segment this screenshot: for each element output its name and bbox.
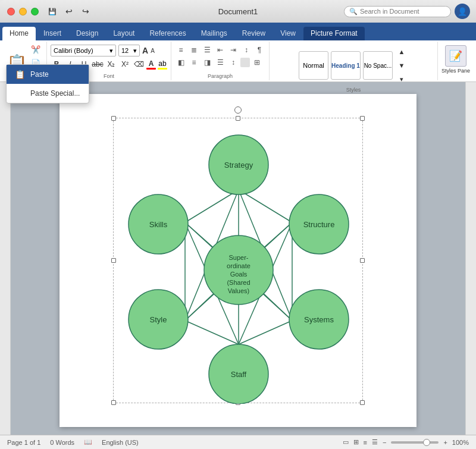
user-avatar[interactable]: 👤	[455, 4, 470, 19]
decrease-indent-button[interactable]: ⇤	[214, 45, 226, 55]
strikethrough-button[interactable]: abc	[92, 58, 104, 70]
document-page: Super- ordinate Goals (Shared Values) St…	[60, 94, 416, 427]
line-spacing-button[interactable]: ↕	[227, 57, 239, 68]
close-button[interactable]	[7, 8, 15, 15]
align-center-button[interactable]: ≡	[188, 57, 200, 68]
tab-picture-format[interactable]: Picture Format	[303, 27, 365, 40]
show-marks-button[interactable]: ¶	[253, 45, 265, 55]
document-title: Document1	[218, 7, 258, 16]
paste-menu-item[interactable]: 📋 Paste	[7, 65, 89, 84]
clear-format-button[interactable]: ⌫	[133, 58, 145, 70]
tab-review[interactable]: Review	[235, 27, 273, 40]
word-count: 0 Words	[50, 439, 74, 446]
paragraph-label: Paragraph	[208, 72, 233, 79]
tab-design[interactable]: Design	[69, 27, 105, 40]
search-input[interactable]	[360, 8, 446, 15]
paste-dropdown: 📋 Paste Paste Special...	[6, 64, 89, 103]
multilevel-button[interactable]: ☰	[201, 45, 213, 55]
diagram-svg: Super- ordinate Goals (Shared Values) St…	[114, 118, 364, 404]
svg-text:Goals: Goals	[230, 271, 248, 278]
view-outline-icon[interactable]: ☰	[372, 438, 378, 446]
styles-pane-button[interactable]: 📝 Styles Pane	[441, 43, 470, 79]
language: English (US)	[102, 439, 139, 446]
bullets-button[interactable]: ≡	[175, 45, 187, 55]
tab-references[interactable]: References	[142, 27, 193, 40]
svg-line-11	[185, 190, 239, 222]
tab-home[interactable]: Home	[2, 27, 36, 40]
shading-button[interactable]	[240, 58, 250, 67]
zoom-thumb[interactable]	[423, 439, 430, 446]
font-size-selector[interactable]: 12 ▾	[118, 45, 140, 56]
redo-icon[interactable]: ↪	[79, 5, 92, 18]
styles-scroll-up[interactable]: ▲	[395, 45, 408, 58]
svg-text:Staff: Staff	[231, 370, 247, 379]
search-icon: 🔍	[349, 8, 358, 15]
tab-layout[interactable]: Layout	[106, 27, 142, 40]
sort-button[interactable]: ↕	[240, 45, 252, 55]
styles-pane-label: Styles Pane	[441, 68, 470, 74]
svg-line-9	[185, 321, 239, 344]
document-area: Super- ordinate Goals (Shared Values) St…	[11, 82, 465, 435]
superscript-button[interactable]: X²	[119, 58, 131, 70]
proofing-icon[interactable]: 📖	[84, 438, 92, 446]
styles-more[interactable]: ▾	[395, 73, 408, 86]
paste-special-menu-item[interactable]: Paste Special...	[7, 84, 89, 103]
ribbon-tabs: Home Insert Design Layout References Mai…	[0, 23, 476, 40]
cut-button[interactable]: ✂️	[29, 43, 43, 56]
title-bar: 💾 ↩ ↪ Document1 🔍 👤	[0, 0, 476, 23]
undo-icon[interactable]: ↩	[62, 5, 76, 18]
save-icon[interactable]: 💾	[46, 5, 59, 18]
styles-scroll-down[interactable]: ▼	[395, 59, 408, 72]
sidebar-left	[0, 82, 11, 435]
svg-text:(Shared: (Shared	[227, 279, 250, 286]
main-content: Super- ordinate Goals (Shared Values) St…	[0, 82, 476, 435]
font-color-button[interactable]: A	[146, 59, 156, 70]
minimize-button[interactable]	[19, 8, 27, 15]
normal-style[interactable]: Normal	[299, 51, 328, 80]
numbering-button[interactable]: ≣	[188, 45, 200, 55]
status-bar: Page 1 of 1 0 Words 📖 English (US) ▭ ⊞ ≡…	[0, 435, 476, 449]
font-grow-button[interactable]: A	[142, 46, 148, 55]
sidebar-right	[465, 82, 476, 435]
diagram-container[interactable]: Super- ordinate Goals (Shared Values) St…	[113, 118, 363, 403]
highlight-button[interactable]: ab	[158, 59, 167, 70]
increase-indent-button[interactable]: ⇥	[227, 45, 239, 55]
zoom-slider[interactable]	[391, 441, 439, 444]
svg-text:Values): Values)	[228, 287, 249, 294]
svg-text:Style: Style	[150, 315, 167, 324]
svg-text:ordinate: ordinate	[227, 262, 250, 269]
svg-text:Skills: Skills	[149, 220, 168, 229]
tab-insert[interactable]: Insert	[36, 27, 68, 40]
justify-button[interactable]: ☰	[214, 57, 226, 68]
svg-text:Structure: Structure	[303, 220, 335, 229]
tab-mailings[interactable]: Mailings	[194, 27, 234, 40]
borders-button[interactable]: ⊞	[251, 57, 263, 68]
zoom-level[interactable]: 100%	[452, 439, 469, 446]
subscript-button[interactable]: X₂	[105, 58, 117, 70]
zoom-plus[interactable]: +	[443, 439, 447, 446]
tab-view[interactable]: View	[273, 27, 303, 40]
align-left-button[interactable]: ◧	[175, 57, 187, 68]
font-name-selector[interactable]: Calibri (Body) ▾	[51, 45, 116, 56]
styles-pane-group: 📝 Styles Pane	[438, 42, 474, 80]
view-normal-icon[interactable]: ▭	[343, 438, 349, 446]
view-read-icon[interactable]: ≡	[364, 439, 367, 446]
paste-special-icon	[14, 87, 26, 99]
rotate-handle[interactable]	[234, 106, 242, 114]
window-controls	[7, 8, 39, 15]
view-web-icon[interactable]: ⊞	[353, 438, 359, 446]
svg-line-6	[239, 190, 292, 222]
zoom-minus[interactable]: −	[383, 439, 386, 446]
heading1-style[interactable]: Heading 1	[331, 51, 361, 80]
heading2-style[interactable]: No Spac...	[363, 51, 393, 80]
styles-group: Normal Heading 1 No Spac... ▲ ▼ ▾ Styles	[270, 42, 438, 80]
page-info: Page 1 of 1	[7, 439, 40, 446]
svg-text:Systems: Systems	[304, 315, 334, 324]
svg-text:Super-: Super-	[228, 254, 248, 261]
search-box[interactable]: 🔍	[344, 6, 451, 17]
maximize-button[interactable]	[31, 8, 39, 15]
app-window: 💾 ↩ ↪ Document1 🔍 👤 Home Insert Design L…	[0, 0, 476, 449]
font-shrink-button[interactable]: A	[151, 48, 155, 54]
align-right-button[interactable]: ◨	[201, 57, 213, 68]
font-label: Font	[104, 72, 114, 79]
